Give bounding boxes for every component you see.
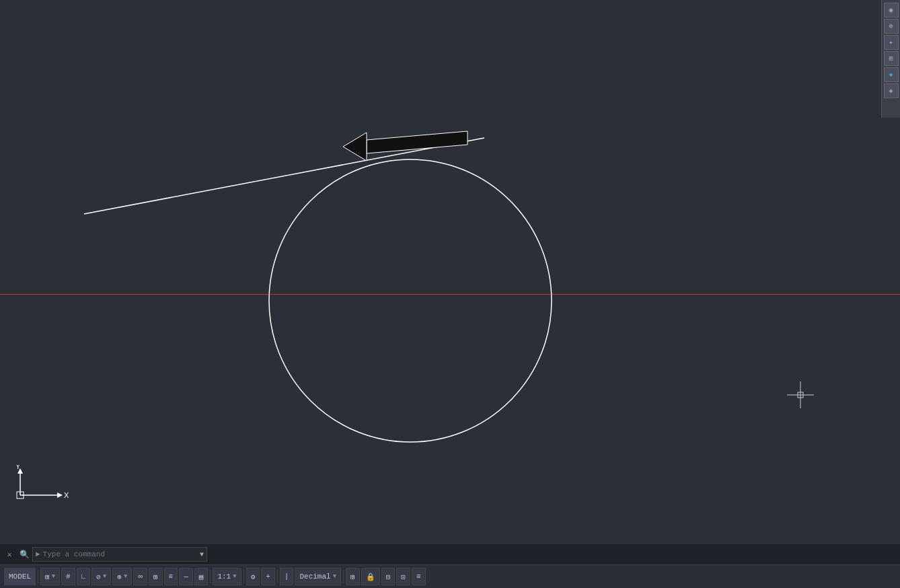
status-settings[interactable]: ⚙ (246, 568, 260, 585)
polar-dropdown: ▼ (103, 573, 106, 580)
status-sep-4 (277, 570, 278, 583)
panel-btn-1[interactable]: ◉ (884, 3, 899, 17)
status-model[interactable]: MODEL (4, 568, 36, 585)
command-bar: ✕ 🔍 ► ▼ (0, 544, 900, 564)
status-lw2[interactable]: | (280, 568, 294, 585)
status-sep-5 (343, 570, 344, 583)
command-input[interactable] (43, 550, 197, 558)
status-lock[interactable]: 🔒 (361, 568, 380, 585)
status-add[interactable]: + (261, 568, 275, 585)
command-prefix: ► (36, 550, 40, 558)
custom-icon: ≡ (416, 573, 421, 581)
units-dropdown: ▼ (333, 573, 336, 580)
status-scale[interactable]: 1:1 ▼ (213, 568, 241, 585)
ducs-icon: ⊞ (153, 573, 158, 581)
panel-btn-3[interactable]: ✦ (884, 35, 899, 50)
status-model-label: MODEL (9, 573, 31, 581)
command-close-icon[interactable]: ✕ (3, 548, 16, 561)
svg-text:X: X (64, 491, 69, 499)
panel-btn-6[interactable]: ◈ (884, 83, 899, 98)
arrow-body (367, 131, 467, 153)
lw2-icon: | (285, 573, 289, 581)
status-osnap[interactable]: ⊕ ▼ (112, 568, 132, 585)
svg-marker-6 (57, 492, 63, 498)
panel-btn-5[interactable]: ● (884, 67, 899, 82)
panel-btn-2[interactable]: ⊕ (884, 19, 899, 34)
status-dyn[interactable]: ≡ (164, 568, 178, 585)
otrack-icon: ∞ (138, 573, 143, 581)
status-grid[interactable]: ⊞ ▼ (40, 568, 60, 585)
command-dropdown-icon[interactable]: ▼ (200, 551, 204, 558)
add-icon: + (266, 573, 270, 581)
scale-dropdown: ▼ (233, 573, 236, 580)
osnap-icon: ⊕ (117, 573, 122, 581)
units-label: Decimal (299, 573, 330, 581)
panel-btn-4[interactable]: ⊞ (884, 51, 899, 66)
status-bar: MODEL ⊞ ▼ # ∟ ⊘ ▼ ⊕ ▼ ∞ ⊞ ≡ — ▤ 1:1 ▼ ⚙ … (0, 564, 900, 588)
status-sep-1 (38, 570, 38, 583)
fullscreen-icon: ⊟ (386, 573, 391, 581)
command-input-wrapper[interactable]: ► ▼ (32, 547, 207, 562)
status-workspace[interactable]: ⊞ (346, 568, 360, 585)
svg-text:Y: Y (15, 465, 21, 470)
scale-label: 1:1 (217, 573, 231, 581)
status-polar[interactable]: ⊘ ▼ (91, 568, 111, 585)
cad-canvas-area[interactable]: X Y ◉ ⊕ ✦ ⊞ ● ◈ (0, 0, 900, 562)
cad-drawing (0, 0, 900, 562)
lw-icon: — (184, 573, 188, 581)
osnap-dropdown: ▼ (124, 573, 127, 580)
snap-icon: # (66, 573, 71, 581)
status-snap[interactable]: # (61, 568, 75, 585)
status-ducs[interactable]: ⊞ (149, 568, 163, 585)
dyn-icon: ≡ (169, 573, 174, 581)
status-tp[interactable]: ▤ (194, 568, 209, 585)
status-sep-3 (243, 570, 244, 583)
settings-icon: ⚙ (251, 573, 256, 581)
line-object (84, 138, 484, 214)
right-toolbar: ◉ ⊕ ✦ ⊞ ● ◈ (881, 0, 900, 118)
status-otrack[interactable]: ∞ (133, 568, 147, 585)
status-layout[interactable]: ⊡ (396, 568, 410, 585)
status-units[interactable]: Decimal ▼ (295, 568, 341, 585)
status-sep-2 (210, 570, 211, 583)
arrow-head (343, 133, 367, 161)
status-ortho[interactable]: ∟ (77, 568, 91, 585)
grid-dropdown: ▼ (52, 573, 55, 580)
crosshair-cursor (787, 381, 814, 408)
layout-icon: ⊡ (401, 573, 406, 581)
grid-icon: ⊞ (45, 573, 50, 581)
ucs-indicator: X Y (10, 465, 71, 508)
lock-icon: 🔒 (366, 573, 375, 581)
ortho-icon: ∟ (81, 573, 86, 581)
polar-icon: ⊘ (96, 573, 101, 581)
status-custom[interactable]: ≡ (412, 568, 426, 585)
tp-icon: ▤ (199, 573, 204, 581)
status-fullscreen[interactable]: ⊟ (381, 568, 396, 585)
circle-object (269, 159, 552, 442)
workspace-icon: ⊞ (350, 573, 355, 581)
command-search-icon[interactable]: 🔍 (17, 548, 31, 561)
status-lw[interactable]: — (179, 568, 193, 585)
